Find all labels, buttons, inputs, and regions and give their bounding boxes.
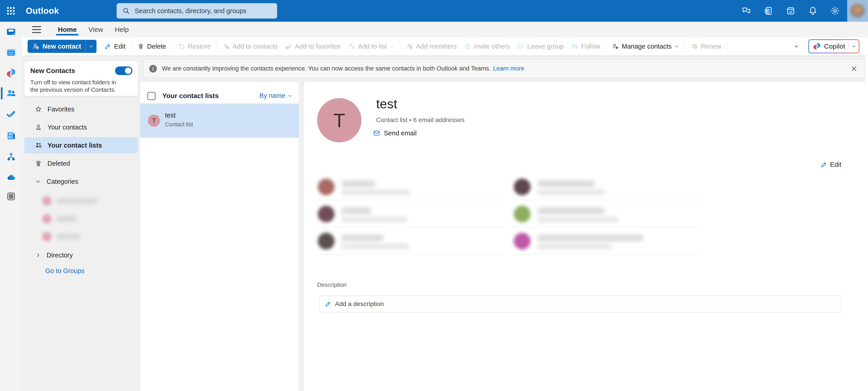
contact-list-row-test[interactable]: T test Contact list <box>140 103 299 138</box>
rail-more-apps-icon[interactable] <box>4 189 19 204</box>
rail-copilot-icon[interactable] <box>4 66 19 80</box>
member-avatar <box>514 206 530 222</box>
account-avatar[interactable] <box>847 0 868 22</box>
rail-onedrive-icon[interactable] <box>4 170 19 185</box>
edit-button[interactable]: Edit <box>101 40 129 53</box>
toggle-knob <box>125 68 131 74</box>
toolbar-divider <box>727 41 727 51</box>
member-row[interactable] <box>318 205 504 227</box>
rail-people-icon[interactable] <box>4 86 19 101</box>
member-avatar <box>514 233 530 250</box>
restore-button[interactable]: Restore <box>174 40 215 53</box>
search-placeholder: Search contacts, directory, and groups <box>135 7 246 15</box>
member-avatar <box>318 178 335 195</box>
chevron-down-icon <box>675 44 679 48</box>
follow-button[interactable]: Follow <box>567 40 604 53</box>
member-email-redacted <box>341 243 409 250</box>
member-email-redacted <box>341 189 410 195</box>
new-contacts-description: Turn off to view contact folders in the … <box>30 79 125 94</box>
info-icon: i <box>149 65 157 72</box>
member-name-redacted <box>341 207 371 214</box>
contact-detail-panel: T test Contact list • 6 email addresses … <box>304 82 868 391</box>
star-add-icon <box>285 43 292 50</box>
manage-contacts-button[interactable]: Manage contacts <box>608 40 683 53</box>
row-divider <box>514 254 699 255</box>
invite-others-button[interactable]: Invite others <box>460 40 514 53</box>
rail-mail-icon[interactable] <box>4 24 19 39</box>
description-label: Description <box>317 282 346 288</box>
avatar <box>850 3 865 18</box>
member-name-redacted <box>341 181 376 187</box>
chevron-down-icon <box>35 178 41 185</box>
sidebar-item-directory[interactable]: Directory <box>24 247 138 263</box>
category-item[interactable] <box>24 212 138 225</box>
hamburger-menu-icon[interactable] <box>32 24 42 35</box>
chevron-down-icon <box>390 44 394 48</box>
add-to-list-button[interactable]: Add to list <box>344 40 398 53</box>
todo-icon[interactable] <box>786 6 796 16</box>
pencil-icon <box>104 43 111 50</box>
banner-close-icon[interactable] <box>849 64 859 74</box>
add-to-favorites-button[interactable]: Add to favorites <box>281 40 344 53</box>
rail-todo-icon[interactable] <box>4 107 19 122</box>
chevron-down-icon <box>851 44 857 49</box>
row-divider <box>514 227 699 227</box>
sidebar-item-your-contact-lists[interactable]: Your contact lists <box>24 137 138 154</box>
learn-more-link[interactable]: Learn more <box>493 65 524 72</box>
rail-newsletters-icon[interactable] <box>4 128 19 143</box>
contact-lists-panel: Your contact lists By name T test Contac… <box>140 82 299 391</box>
member-name-redacted <box>341 235 384 241</box>
member-avatar <box>318 206 335 222</box>
tab-help[interactable]: Help <box>109 22 135 37</box>
select-all-checkbox[interactable] <box>147 92 156 100</box>
settings-gear-icon[interactable] <box>830 6 840 16</box>
person-add-icon <box>32 43 39 50</box>
send-email-button[interactable]: Send email <box>371 127 418 139</box>
search-icon <box>122 7 130 15</box>
new-contacts-title: New Contacts <box>30 67 75 74</box>
rail-calendar-icon[interactable] <box>4 45 19 60</box>
member-email-redacted <box>341 217 407 222</box>
onenote-feed-icon[interactable] <box>764 6 774 16</box>
search-input[interactable]: Search contacts, directory, and groups <box>117 3 277 19</box>
category-label-redacted <box>57 216 77 222</box>
invite-icon <box>464 43 471 50</box>
delete-button[interactable]: Delete <box>133 40 170 53</box>
sidebar-item-favorites[interactable]: Favorites <box>24 101 138 117</box>
go-to-groups-link[interactable]: Go to Groups <box>45 267 85 274</box>
app-launcher-icon[interactable] <box>0 0 22 22</box>
app-title: Outlook <box>26 6 59 16</box>
category-item[interactable] <box>24 230 138 243</box>
sidebar-item-your-contacts[interactable]: Your contacts <box>24 119 138 135</box>
member-name-redacted <box>537 181 595 187</box>
rail-groups-icon[interactable] <box>4 150 19 164</box>
category-color-dot <box>42 196 52 206</box>
member-row[interactable] <box>514 205 699 227</box>
new-contact-button[interactable]: New contact <box>28 40 96 53</box>
new-contacts-card: New Contacts Turn off to view contact fo… <box>24 62 138 96</box>
tab-home[interactable]: Home <box>52 22 83 37</box>
new-contact-dropdown[interactable] <box>86 40 96 53</box>
add-members-button[interactable]: Add members <box>402 40 461 53</box>
left-app-rail <box>0 22 22 391</box>
tab-view[interactable]: View <box>83 22 109 37</box>
copilot-button[interactable]: Copilot <box>808 39 860 53</box>
detail-edit-button[interactable]: Edit <box>818 159 844 170</box>
add-description-field[interactable]: Add a description <box>319 296 842 312</box>
sort-by-dropdown[interactable]: By name <box>259 92 292 99</box>
chat-icon[interactable] <box>741 6 751 16</box>
renew-button[interactable]: Renew <box>687 40 725 53</box>
member-row[interactable] <box>514 232 699 255</box>
member-row[interactable] <box>318 232 504 255</box>
member-row[interactable] <box>514 178 699 200</box>
member-row[interactable] <box>318 178 504 200</box>
notifications-bell-icon[interactable] <box>808 6 818 16</box>
toolbar-overflow-button[interactable] <box>794 43 799 49</box>
leave-group-button[interactable]: Leave group <box>514 40 567 53</box>
sidebar-item-deleted[interactable]: Deleted <box>24 155 138 171</box>
sidebar-item-categories[interactable]: Categories <box>24 173 138 190</box>
people-list-icon <box>35 142 42 149</box>
category-item[interactable] <box>24 194 138 207</box>
new-contacts-toggle[interactable] <box>115 66 132 75</box>
add-to-contacts-button[interactable]: Add to contacts <box>219 40 281 53</box>
